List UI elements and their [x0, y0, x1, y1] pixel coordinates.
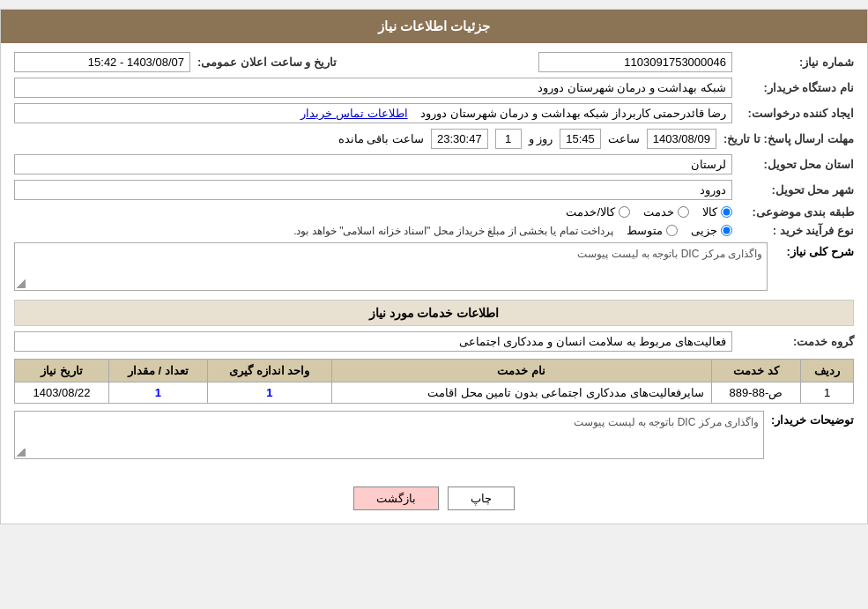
purchase-type-label: نوع فرآیند خرید :	[739, 224, 854, 237]
announce-label: تاریخ و ساعت اعلان عمومی:	[197, 56, 337, 69]
category-option-kala-khedmat[interactable]: کالا/خدمت	[566, 205, 630, 219]
cell-row: 1	[801, 382, 854, 404]
requester-value: رضا قائدرحمتی کاربرداز شبکه بهداشت و درم…	[14, 103, 732, 123]
cell-name: سایرفعالیت‌های مددکاری اجتماعی بدون تامی…	[331, 382, 711, 404]
city-label: شهر محل تحویل:	[739, 183, 854, 197]
category-option-khedmat[interactable]: خدمت	[643, 205, 689, 219]
purchase-type-motavasset[interactable]: متوسط	[627, 224, 678, 237]
purchase-note: پرداخت تمام یا بخشی از مبلغ خریداز محل "…	[293, 225, 613, 237]
back-button[interactable]: بازگشت	[353, 486, 439, 510]
col-quantity: تعداد / مقدار	[108, 360, 207, 382]
col-unit: واحد اندازه گیری	[207, 360, 331, 382]
response-days-label: روز و	[529, 132, 553, 145]
services-section-header: اطلاعات خدمات مورد نیاز	[14, 300, 854, 326]
requester-label: ایجاد کننده درخواست:	[739, 107, 854, 120]
cell-code: ص-88-889	[711, 382, 800, 404]
buyer-org-label: نام دستگاه خریدار:	[739, 81, 854, 94]
buyer-org-value: شبکه بهداشت و درمان شهرستان دورود	[14, 78, 732, 98]
requester-link[interactable]: اطلاعات تماس خریدار	[300, 107, 407, 120]
col-row: ردیف	[801, 360, 854, 382]
col-code: کد خدمت	[711, 360, 800, 382]
category-label: طبقه بندی موضوعی:	[739, 205, 854, 219]
need-number-value: 1103091753000046	[538, 52, 732, 72]
services-table: ردیف کد خدمت نام خدمت واحد اندازه گیری ت…	[14, 359, 854, 404]
col-name: نام خدمت	[331, 360, 711, 382]
city-value: دورود	[14, 180, 732, 200]
announce-value: 1403/08/07 - 15:42	[14, 52, 190, 72]
service-group-value: فعالیت‌های مربوط به سلامت انسان و مددکار…	[14, 331, 732, 352]
page-title: جزئیات اطلاعات نیاز	[378, 19, 490, 33]
need-description-label: شرح کلی نیاز:	[775, 242, 854, 258]
category-radio-group: کالا خدمت کالا/خدمت	[14, 205, 732, 219]
need-description-box: واگذاری مرکز DIC باتوجه به لیست پیوست	[14, 242, 768, 291]
cell-date: 1403/08/22	[15, 382, 109, 404]
response-remaining-label: ساعت باقی مانده	[338, 132, 424, 145]
response-deadline-label: مهلت ارسال پاسخ: تا تاریخ:	[723, 132, 854, 145]
buyer-desc-label: توضیحات خریدار:	[771, 411, 854, 427]
category-option-kala[interactable]: کالا	[702, 205, 732, 219]
table-row: 1 ص-88-889 سایرفعالیت‌های مددکاری اجتماع…	[15, 382, 854, 404]
cell-unit: 1	[207, 382, 331, 404]
response-remaining: 23:30:47	[431, 129, 488, 149]
col-date: تاریخ نیاز	[15, 360, 109, 382]
response-time-label: ساعت	[608, 132, 640, 145]
print-button[interactable]: چاپ	[448, 486, 515, 510]
cell-quantity: 1	[108, 382, 207, 404]
buyer-desc-box: واگذاری مرکز DIC باتوجه به لیست پیوست	[14, 411, 764, 459]
page-header: جزئیات اطلاعات نیاز	[1, 10, 867, 43]
response-date: 1403/08/09	[647, 129, 716, 149]
service-group-label: گروه خدمت:	[739, 335, 854, 348]
footer-buttons: چاپ بازگشت	[1, 473, 867, 524]
response-time: 15:45	[560, 129, 601, 149]
need-number-label: شماره نیاز:	[739, 56, 854, 69]
response-days: 1	[495, 129, 522, 149]
province-label: استان محل تحویل:	[739, 158, 854, 171]
purchase-type-jozi[interactable]: جزیی	[691, 224, 732, 237]
province-value: لرستان	[14, 154, 732, 175]
purchase-type-group: جزیی متوسط پرداخت تمام یا بخشی از مبلغ خ…	[14, 224, 732, 237]
